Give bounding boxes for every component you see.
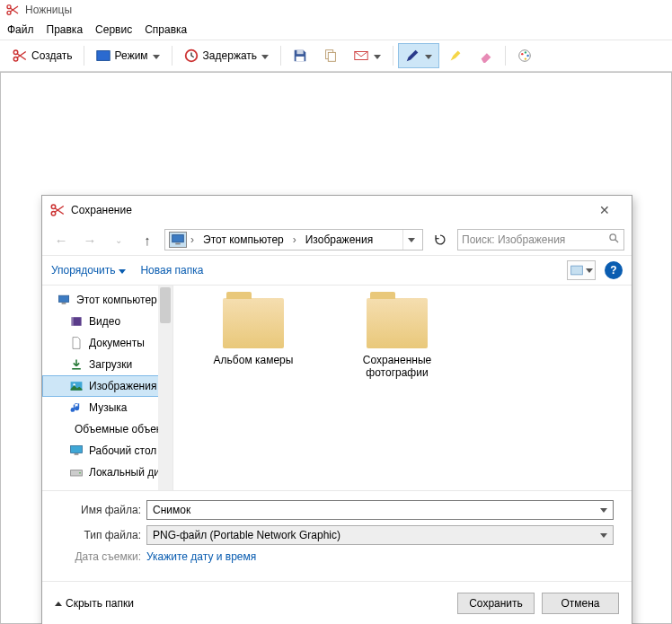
chevron-down-icon	[119, 264, 126, 277]
svg-rect-6	[296, 50, 303, 55]
close-button[interactable]: ✕	[585, 203, 624, 217]
search-placeholder: Поиск: Изображения	[462, 233, 608, 246]
breadcrumb-folder[interactable]: Изображения	[300, 233, 378, 246]
help-button[interactable]: ?	[605, 261, 623, 279]
separator	[280, 46, 281, 66]
command-row: Упорядочить Новая папка ?	[42, 255, 632, 286]
svg-rect-9	[328, 52, 335, 61]
delay-label: Задержать	[203, 49, 257, 62]
paint3d-button[interactable]	[510, 43, 539, 68]
app-titlebar: Ножницы	[0, 0, 672, 20]
scissors-icon	[49, 202, 66, 218]
folder-icon	[367, 298, 428, 348]
search-icon	[608, 233, 620, 247]
nav-forward-button[interactable]: →	[78, 233, 102, 248]
folder-pane[interactable]: Альбом камеры Сохраненные фотографии	[173, 286, 632, 490]
copy-icon	[323, 48, 339, 64]
date-label: Дата съемки:	[55, 550, 141, 563]
separator	[84, 46, 84, 66]
svg-rect-22	[58, 295, 68, 302]
eraser-button[interactable]	[472, 43, 500, 68]
mode-button[interactable]: Режим	[89, 43, 167, 68]
menu-file[interactable]: Файл	[7, 23, 34, 36]
filetype-select[interactable]: PNG-файл (Portable Network Graphic)	[146, 525, 614, 545]
tree-item-music[interactable]: Музыка	[42, 397, 172, 418]
floppy-icon	[292, 48, 308, 64]
svg-point-14	[527, 55, 529, 57]
breadcrumb[interactable]: › Этот компьютер › Изображения	[164, 229, 423, 250]
search-input[interactable]: Поиск: Изображения	[457, 229, 624, 250]
chevron-down-icon	[424, 49, 433, 62]
new-folder-button[interactable]: Новая папка	[140, 264, 203, 277]
svg-rect-19	[175, 243, 180, 245]
tree-item-desktop[interactable]: Рабочий стол	[42, 440, 172, 461]
paint3d-icon	[517, 48, 533, 64]
tree-item-downloads[interactable]: Загрузки	[42, 354, 172, 375]
folder-saved-pictures[interactable]: Сохраненные фотографии	[348, 298, 447, 379]
svg-point-20	[610, 234, 616, 241]
menu-tools[interactable]: Сервис	[95, 23, 132, 36]
tree-scrollbar[interactable]	[158, 286, 172, 490]
organize-button[interactable]: Упорядочить	[51, 264, 126, 277]
tree-item-videos[interactable]: Видео	[42, 311, 172, 332]
tree-item-localdisk[interactable]: Локальный диск	[42, 461, 172, 483]
chevron-down-icon[interactable]	[600, 508, 607, 513]
chevron-down-icon[interactable]	[402, 230, 419, 250]
scrollbar-thumb[interactable]	[160, 287, 171, 323]
nav-back-button[interactable]: ←	[49, 233, 73, 248]
svg-point-12	[521, 53, 523, 55]
svg-point-13	[525, 51, 526, 53]
dialog-title: Сохранение	[71, 204, 579, 216]
tree-item-pictures[interactable]: Изображения	[42, 375, 172, 397]
chevron-down-icon	[600, 533, 607, 538]
folder-icon	[223, 298, 284, 348]
date-link[interactable]: Укажите дату и время	[146, 550, 256, 563]
tree-item-documents[interactable]: Документы	[42, 332, 172, 354]
pc-icon	[57, 293, 71, 307]
address-row: ← → ⌄ ↑ › Этот компьютер › Изображения П…	[42, 224, 632, 255]
delay-button[interactable]: Задержать	[177, 43, 276, 68]
desktop-icon	[69, 444, 84, 458]
film-icon	[69, 314, 84, 329]
svg-rect-23	[62, 303, 66, 304]
nav-up-button[interactable]: ↑	[136, 233, 159, 248]
form-area: Имя файла: Снимок Тип файла: PNG-файл (P…	[42, 490, 632, 581]
dialog-footer: Скрыть папки Сохранить Отмена	[42, 581, 632, 624]
chevron-down-icon	[373, 49, 382, 62]
filename-input[interactable]: Снимок	[146, 500, 614, 520]
menu-edit[interactable]: Правка	[47, 23, 84, 36]
new-snip-button[interactable]: Создать	[5, 43, 79, 68]
app-title: Ножницы	[25, 4, 72, 16]
svg-rect-18	[172, 235, 184, 242]
folder-label: Альбом камеры	[204, 354, 303, 366]
svg-rect-25	[71, 317, 73, 326]
copy-button[interactable]	[316, 43, 345, 68]
svg-rect-28	[71, 445, 83, 453]
clock-icon	[183, 48, 199, 64]
breadcrumb-root[interactable]: Этот компьютер	[198, 233, 289, 246]
menubar: Файл Правка Сервис Справка	[0, 20, 672, 40]
folder-camera-roll[interactable]: Альбом камеры	[204, 298, 303, 366]
scissors-icon	[5, 3, 20, 17]
tree-root[interactable]: Этот компьютер	[42, 289, 172, 311]
save-button[interactable]	[286, 43, 314, 68]
chevron-down-icon	[586, 268, 593, 273]
chevron-down-icon[interactable]: ⌄	[107, 235, 130, 245]
pen-button[interactable]	[398, 43, 439, 68]
pc-icon	[169, 232, 187, 248]
save-confirm-button[interactable]: Сохранить	[457, 593, 535, 614]
dialog-body: Этот компьютер Видео Документы Загрузки …	[42, 286, 632, 490]
send-button[interactable]	[347, 43, 388, 68]
menu-help[interactable]: Справка	[145, 23, 187, 36]
refresh-button[interactable]	[429, 229, 452, 250]
hide-folders-button[interactable]: Скрыть папки	[55, 597, 134, 610]
scissors-icon	[12, 48, 28, 64]
view-button[interactable]	[567, 260, 596, 280]
tree-item-3d[interactable]: Объемные объекты	[42, 418, 172, 440]
svg-rect-21	[570, 266, 582, 275]
filename-label: Имя файла:	[55, 504, 141, 516]
save-dialog: Сохранение ✕ ← → ⌄ ↑ › Этот компьютер › …	[41, 195, 632, 624]
highlighter-button[interactable]	[441, 43, 470, 68]
picture-icon	[69, 379, 84, 393]
cancel-button[interactable]: Отмена	[542, 593, 619, 614]
